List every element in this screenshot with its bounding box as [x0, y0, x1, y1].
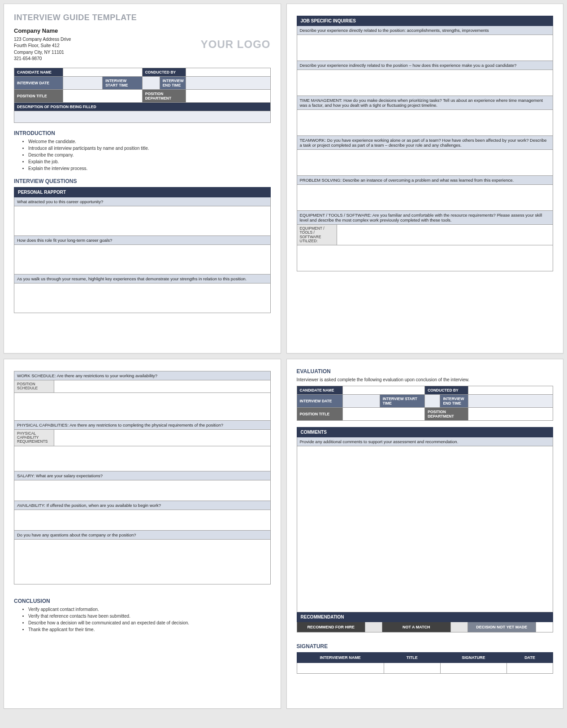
a-salary[interactable] [14, 480, 271, 501]
field-position-dept[interactable] [186, 89, 270, 102]
eval-field-interview-date[interactable] [343, 395, 380, 407]
heading-conclusion: CONCLUSION [14, 598, 271, 604]
label-equip-utilized: EQUIPMENT / TOOLS / SOFTWARE UTILIZED: [297, 225, 337, 245]
eval-field-position-dept[interactable] [468, 408, 553, 421]
bar-recommendation: RECOMMENDATION [297, 612, 554, 622]
bar-comments: COMMENTS [297, 427, 554, 437]
job-q1: Describe your experience directly relate… [297, 26, 554, 35]
evaluation-intro: Interviewer is asked complete the follow… [297, 377, 554, 382]
field-physical-req[interactable] [54, 430, 271, 446]
page-4: EVALUATION Interviewer is asked complete… [286, 359, 564, 709]
label-position-dept: POSITION DEPARTMENT [142, 89, 186, 102]
logo-placeholder: YOUR LOGO [201, 38, 271, 51]
comments-prompt: Provide any additional comments to suppo… [297, 437, 554, 446]
field-position-schedule[interactable] [54, 380, 271, 393]
q-any-questions: Do you have any questions about the comp… [14, 531, 271, 540]
page-1: INTERVIEW GUIDE TEMPLATE Company Name 12… [4, 4, 281, 353]
recommendation-row: RECOMMEND FOR HIRE NOT A MATCH DECISION … [297, 622, 554, 632]
conclusion-item: Describe how a decision will be communic… [28, 620, 271, 625]
reco-recommend-label: RECOMMEND FOR HIRE [297, 622, 365, 632]
field-candidate-name[interactable] [63, 68, 142, 76]
signature-table: INTERVIEWER NAME TITLE SIGNATURE DATE [297, 652, 554, 674]
a-physical[interactable] [14, 446, 271, 471]
reco-recommend-box[interactable] [365, 622, 382, 632]
job-a1[interactable] [297, 35, 554, 61]
label-position-schedule: POSITION SCHEDULE [14, 380, 54, 393]
candidate-info-table: CANDIDATE NAME CONDUCTED BY INTERVIEW DA… [14, 68, 271, 123]
eval-field-interview-end[interactable] [468, 395, 553, 408]
label-position-title: POSITION TITLE [14, 89, 63, 102]
introduction-list: Welcome the candidate. Introduce all int… [14, 139, 271, 171]
job-a5[interactable] [297, 185, 554, 211]
field-conducted-by[interactable] [186, 68, 270, 76]
sig-name-field[interactable] [297, 663, 384, 674]
company-block: Company Name 123 Company Address Drive F… [14, 27, 71, 62]
rapport-a3[interactable] [14, 283, 271, 313]
conclusion-item: Verify applicant contact information. [28, 607, 271, 612]
label-interview-date: INTERVIEW DATE [14, 76, 63, 89]
heading-introduction: INTRODUCTION [14, 130, 271, 136]
conclusion-item: Verify that reference contacts have been… [28, 614, 271, 619]
sig-h-signature: SIGNATURE [440, 653, 507, 663]
field-interview-date[interactable] [63, 77, 103, 89]
heading-interview-questions: INTERVIEW QUESTIONS [14, 178, 271, 184]
job-a3[interactable] [297, 110, 554, 136]
intro-item: Describe the company. [28, 153, 271, 157]
comments-field[interactable] [297, 446, 554, 612]
sig-h-date: DATE [507, 653, 553, 663]
doc-title: INTERVIEW GUIDE TEMPLATE [14, 13, 271, 22]
a-work-schedule[interactable] [14, 393, 271, 421]
label-desc-position: DESCRIPTION OF POSITION BEING FILLED [14, 102, 271, 111]
job-q2: Describe your experience indirectly rela… [297, 61, 554, 70]
eval-field-position-title[interactable] [343, 408, 425, 421]
job-a2[interactable] [297, 70, 554, 96]
rapport-a1[interactable] [14, 206, 271, 236]
job-q3: TIME MANAGEMENT: How do you make decisio… [297, 96, 554, 110]
evaluation-info-table: CANDIDATE NAME CONDUCTED BY INTERVIEW DA… [297, 386, 554, 421]
heading-signature: SIGNATURE [297, 643, 554, 650]
intro-item: Explain the interview process. [28, 166, 271, 171]
eval-label-interview-date: INTERVIEW DATE [297, 395, 343, 408]
sig-signature-field[interactable] [440, 663, 507, 674]
intro-item: Introduce all interview participants by … [28, 146, 271, 151]
job-a6[interactable] [297, 245, 554, 271]
label-conducted-by: CONDUCTED BY [142, 68, 186, 76]
reco-notmatch-label: NOT A MATCH [382, 622, 450, 632]
rapport-q2: How does this role fit your long-term ca… [14, 236, 271, 245]
field-desc-position[interactable] [14, 111, 271, 122]
company-phone: 321-654-9870 [14, 56, 71, 62]
sig-date-field[interactable] [507, 663, 553, 674]
eval-label-conducted-by: CONDUCTED BY [425, 386, 468, 395]
eval-field-candidate-name[interactable] [343, 386, 425, 395]
a-any-questions[interactable] [14, 540, 271, 584]
reco-notyet-box[interactable] [536, 622, 553, 632]
eval-label-position-dept: POSITION DEPARTMENT [425, 408, 468, 421]
intro-item: Welcome the candidate. [28, 139, 271, 144]
label-candidate-name: CANDIDATE NAME [14, 68, 63, 76]
eval-field-conducted-by[interactable] [468, 386, 553, 395]
company-addr1: 123 Company Address Drive [14, 36, 71, 43]
eval-field-interview-start[interactable] [425, 395, 440, 407]
q-work-schedule: WORK SCHEDULE: Are there any restriction… [14, 371, 271, 380]
field-position-title[interactable] [63, 89, 142, 102]
field-equip-utilized[interactable] [337, 225, 554, 245]
job-q4: TEAMWORK: Do you have experience working… [297, 136, 554, 150]
sig-h-title: TITLE [384, 653, 440, 663]
field-interview-end[interactable] [186, 76, 270, 89]
reco-notmatch-box[interactable] [450, 622, 467, 632]
rapport-q1: What attracted you to this career opport… [14, 197, 271, 206]
conclusion-list: Verify applicant contact information. Ve… [14, 607, 271, 632]
job-q5: PROBLEM SOLVING: Describe an instance of… [297, 176, 554, 185]
job-a4[interactable] [297, 150, 554, 176]
intro-item: Explain the job. [28, 159, 271, 164]
a-availability[interactable] [14, 510, 271, 531]
sig-title-field[interactable] [384, 663, 440, 674]
rapport-a2[interactable] [14, 245, 271, 275]
q-availability: AVAILABILITY: If offered the position, w… [14, 501, 271, 510]
q-salary: SALARY: What are your salary expectation… [14, 471, 271, 480]
rapport-q3: As you walk us through your resume, high… [14, 275, 271, 283]
bar-personal-rapport: PERSONAL RAPPORT [14, 187, 271, 197]
reco-notyet-label: DECISION NOT YET MADE [467, 622, 536, 632]
field-interview-start[interactable] [143, 77, 160, 89]
eval-label-interview-start: INTERVIEW START TIME [380, 395, 424, 407]
